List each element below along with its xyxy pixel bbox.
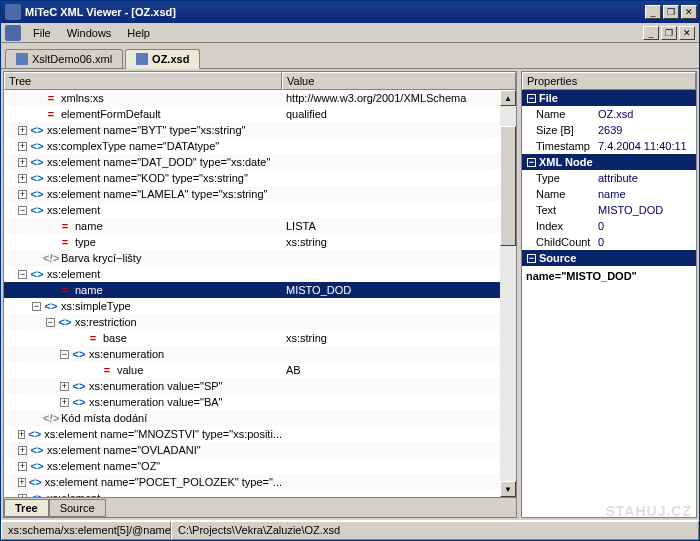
tree-row[interactable]: +<>xs:enumeration value="BA" (4, 394, 516, 410)
tree-row[interactable]: +<>xs:element name="KOD" type="xs:string… (4, 170, 516, 186)
col-tree[interactable]: Tree (4, 72, 282, 90)
node-label: xs:restriction (75, 316, 137, 328)
tree-row[interactable]: =typexs:string (4, 234, 516, 250)
vertical-scrollbar[interactable]: ▲ ▼ (500, 90, 516, 497)
scroll-up-button[interactable]: ▲ (500, 90, 516, 106)
elem-icon: <> (30, 188, 44, 200)
source-tab[interactable]: Source (49, 499, 106, 517)
document-tabs: XsltDemo06.xml OZ.xsd (1, 43, 699, 69)
mdi-restore-button[interactable]: ❐ (661, 26, 677, 40)
node-label: xs:enumeration value="SP" (89, 380, 222, 392)
collapse-icon[interactable]: − (527, 158, 536, 167)
prop-row[interactable]: NameOZ.xsd (522, 106, 696, 122)
expand-icon[interactable]: − (46, 318, 55, 327)
tree-row[interactable]: −<>xs:enumeration (4, 346, 516, 362)
prop-row[interactable]: ChildCount0 (522, 234, 696, 250)
expand-icon[interactable]: + (18, 158, 27, 167)
tree-row[interactable]: =valueAB (4, 362, 516, 378)
node-label: elementFormDefault (61, 108, 161, 120)
tree-row[interactable]: +<>xs:enumeration value="SP" (4, 378, 516, 394)
expand-icon[interactable]: + (18, 142, 27, 151)
tree-header: Tree Value (4, 72, 516, 90)
node-value: MISTO_DOD (282, 284, 516, 296)
node-label: xs:element (47, 268, 100, 280)
tree-row[interactable]: =nameMISTO_DOD (4, 282, 516, 298)
prop-key: Timestamp (522, 140, 598, 152)
tree-row[interactable]: −<>xs:simpleType (4, 298, 516, 314)
prop-row[interactable]: Size [B]2639 (522, 122, 696, 138)
expand-icon[interactable]: + (18, 446, 27, 455)
elem-icon: <> (30, 140, 44, 152)
expand-icon[interactable]: − (32, 302, 41, 311)
tree-row[interactable]: +<>xs:element name="DAT_DOD" type="xs:da… (4, 154, 516, 170)
tree-row[interactable]: −<>xs:element (4, 202, 516, 218)
prop-row[interactable]: Timestamp7.4.2004 11:40:11 (522, 138, 696, 154)
tree-row[interactable]: <!>Kód místa dodání (4, 410, 516, 426)
tree-row[interactable]: =nameLISTA (4, 218, 516, 234)
elem-icon: <> (44, 300, 58, 312)
tree-row[interactable]: −<>xs:element (4, 266, 516, 282)
tree-row[interactable]: +<>xs:element (4, 490, 516, 497)
col-value[interactable]: Value (282, 72, 516, 90)
status-filepath: C:\Projects\Vekra\Zaluzie\OZ.xsd (171, 521, 699, 540)
tree-row[interactable]: +<>xs:element name="LAMELA" type="xs:str… (4, 186, 516, 202)
xsd-file-icon (136, 53, 148, 65)
collapse-icon[interactable]: − (527, 94, 536, 103)
expand-icon[interactable]: + (18, 126, 27, 135)
expand-icon[interactable]: − (18, 270, 27, 279)
close-button[interactable]: ✕ (681, 5, 697, 19)
tree-row[interactable]: +<>xs:element name="BYT" type="xs:string… (4, 122, 516, 138)
maximize-button[interactable]: ❐ (663, 5, 679, 19)
expand-icon[interactable]: + (60, 382, 69, 391)
window-title: MiTeC XML Viewer - [OZ.xsd] (25, 6, 645, 18)
app-icon (5, 4, 21, 20)
prop-section-header[interactable]: −File (522, 90, 696, 106)
collapse-icon[interactable]: − (527, 254, 536, 263)
tree-row[interactable]: +<>xs:element name="MNOZSTVI" type="xs:p… (4, 426, 516, 442)
properties-body[interactable]: −FileNameOZ.xsdSize [B]2639Timestamp7.4.… (522, 90, 696, 517)
node-label: xs:element name="KOD" type="xs:string" (47, 172, 248, 184)
prop-section-header[interactable]: −XML Node (522, 154, 696, 170)
expand-icon[interactable]: + (18, 174, 27, 183)
scroll-thumb[interactable] (500, 126, 516, 246)
tree-row[interactable]: +<>xs:element name="OZ" (4, 458, 516, 474)
tab-oz-xsd[interactable]: OZ.xsd (125, 49, 200, 69)
prop-row[interactable]: Typeattribute (522, 170, 696, 186)
elem-icon: <> (28, 428, 41, 440)
expand-icon[interactable]: + (18, 430, 25, 439)
mdi-icon (5, 25, 21, 41)
mdi-minimize-button[interactable]: _ (643, 26, 659, 40)
tree-row[interactable]: +<>xs:element name="OVLADANI" (4, 442, 516, 458)
menu-windows[interactable]: Windows (59, 25, 120, 41)
prop-row[interactable]: Namename (522, 186, 696, 202)
tree-body[interactable]: =xmlns:xshttp://www.w3.org/2001/XMLSchem… (4, 90, 516, 497)
tree-row[interactable]: +<>xs:complexType name="DATAtype" (4, 138, 516, 154)
expand-icon[interactable]: + (18, 494, 27, 498)
prop-row[interactable]: Index0 (522, 218, 696, 234)
attr-icon: = (58, 236, 72, 248)
node-label: xmlns:xs (61, 92, 104, 104)
menu-help[interactable]: Help (119, 25, 158, 41)
tab-xsltdemo[interactable]: XsltDemo06.xml (5, 49, 123, 68)
tree-tab[interactable]: Tree (4, 499, 49, 517)
tree-row[interactable]: <!>Barva krycí−lišty (4, 250, 516, 266)
tree-row[interactable]: −<>xs:restriction (4, 314, 516, 330)
prop-section-header[interactable]: −Source (522, 250, 696, 266)
expand-icon[interactable]: − (18, 206, 27, 215)
scroll-down-button[interactable]: ▼ (500, 481, 516, 497)
expand-icon[interactable]: + (18, 478, 26, 487)
tree-row[interactable]: =elementFormDefaultqualified (4, 106, 516, 122)
expand-icon[interactable]: + (18, 190, 27, 199)
minimize-button[interactable]: _ (645, 5, 661, 19)
expand-icon[interactable]: − (60, 350, 69, 359)
node-label: xs:simpleType (61, 300, 131, 312)
tree-row[interactable]: +<>xs:element name="POCET_POLOZEK" type=… (4, 474, 516, 490)
tree-row[interactable]: =xmlns:xshttp://www.w3.org/2001/XMLSchem… (4, 90, 516, 106)
expand-icon[interactable]: + (18, 462, 27, 471)
expand-icon[interactable]: + (60, 398, 69, 407)
menu-file[interactable]: File (25, 25, 59, 41)
tree-row[interactable]: =basexs:string (4, 330, 516, 346)
prop-row[interactable]: TextMISTO_DOD (522, 202, 696, 218)
node-value: http://www.w3.org/2001/XMLSchema (282, 92, 516, 104)
mdi-close-button[interactable]: ✕ (679, 26, 695, 40)
